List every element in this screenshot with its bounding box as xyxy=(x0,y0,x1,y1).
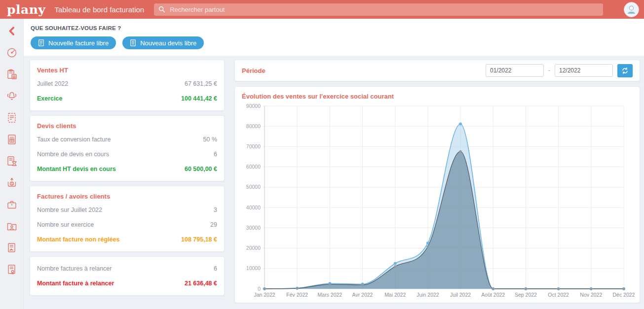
kpi-value: 3 xyxy=(214,206,217,213)
kpi-label: Exercice xyxy=(37,95,62,102)
quotes-hourglass-icon[interactable] xyxy=(5,155,18,168)
svg-text:Août 2022: Août 2022 xyxy=(481,292,505,298)
kpi-value: 67 631,25 € xyxy=(185,80,217,87)
kpi-value: 6 xyxy=(214,151,217,158)
signed-document-icon[interactable] xyxy=(5,241,18,254)
svg-text:0: 0 xyxy=(258,286,261,292)
kpi-label: Nombre sur exercice xyxy=(37,221,94,228)
dashboard-panel: Ventes HT Juillet 2022 67 631,25 € Exerc… xyxy=(24,56,644,309)
kpi-row: Exercice 100 441,42 € xyxy=(37,91,217,106)
page-title: Tableau de bord facturation xyxy=(54,5,144,14)
kpi-column: Ventes HT Juillet 2022 67 631,25 € Exerc… xyxy=(30,60,225,303)
kpi-row: Nombre de devis en cours 6 xyxy=(37,147,217,162)
kpi-value: 108 795,18 € xyxy=(181,236,217,243)
kpi-label: Montant facture à relancer xyxy=(37,280,114,287)
svg-text:Juil 2022: Juil 2022 xyxy=(450,292,471,298)
kpi-row: Nombre sur exercice 29 xyxy=(37,217,217,232)
kpi-row: Montant facture non réglées 108 795,18 € xyxy=(37,232,217,247)
kpi-value: 100 441,42 € xyxy=(181,95,217,102)
svg-text:30000: 30000 xyxy=(246,225,261,231)
chart-column: Période - Évolution des ventes sur l'exe… xyxy=(234,60,640,303)
kpi-row: Juillet 2022 67 631,25 € xyxy=(37,76,217,91)
range-separator: - xyxy=(548,67,550,74)
certified-document-icon[interactable] xyxy=(5,263,18,276)
quote-icon xyxy=(130,39,136,46)
invoice-icon xyxy=(38,39,44,46)
card-title: Ventes HT xyxy=(37,65,217,76)
sales-chart-card: Évolution des ventes sur l'exercice soci… xyxy=(234,86,640,303)
kpi-row: Taux de conversion facture 50 % xyxy=(37,132,217,147)
quick-actions-heading: QUE SOUHAITEZ-VOUS FAIRE ? xyxy=(31,25,637,31)
svg-text:60000: 60000 xyxy=(246,164,261,170)
kpi-label: Juillet 2022 xyxy=(37,80,68,87)
back-chevron-icon[interactable] xyxy=(5,25,18,37)
draft-invoice-icon[interactable] xyxy=(5,111,18,124)
kpi-row: Montant facture à relancer 21 636,48 € xyxy=(37,276,217,291)
app-logo: plany xyxy=(7,3,45,16)
new-invoice-label: Nouvelle facture libre xyxy=(48,39,109,47)
kpi-label: Nombre sur Juillet 2022 xyxy=(37,206,102,213)
dashboard-gauge-icon[interactable] xyxy=(5,46,18,59)
kpi-label: Taux de conversion facture xyxy=(37,136,111,143)
kpi-row: Nombre factures à relancer 6 xyxy=(37,261,217,276)
alerts-bell-icon[interactable] xyxy=(5,90,18,103)
refresh-button[interactable] xyxy=(617,64,633,77)
clients-folder-icon[interactable] xyxy=(5,220,18,233)
card-ventes-ht: Ventes HT Juillet 2022 67 631,25 € Exerc… xyxy=(30,60,225,111)
kpi-label: Nombre de devis en cours xyxy=(37,151,109,158)
search-input[interactable] xyxy=(169,5,599,14)
svg-text:Jan 2022: Jan 2022 xyxy=(254,292,275,298)
card-title: Factures / avoirs clients xyxy=(37,191,217,203)
svg-text:50000: 50000 xyxy=(246,184,261,190)
invoices-icon[interactable] xyxy=(5,133,18,146)
period-to-input[interactable] xyxy=(555,64,613,77)
billing-clipboard-icon[interactable] xyxy=(5,68,18,81)
kpi-label: Montant facture non réglées xyxy=(37,236,119,243)
kpi-label: Nombre factures à relancer xyxy=(37,265,112,272)
svg-text:Oct 2022: Oct 2022 xyxy=(548,292,569,298)
app-header: plany Tableau de bord facturation xyxy=(0,0,644,19)
refresh-icon xyxy=(621,67,629,74)
periode-title: Période xyxy=(242,67,265,74)
svg-text:90000: 90000 xyxy=(246,103,261,109)
chart-title: Évolution des ventes sur l'exercice soci… xyxy=(242,93,636,100)
period-from-input[interactable] xyxy=(486,64,544,77)
global-search[interactable] xyxy=(154,3,603,16)
svg-text:Juin 2022: Juin 2022 xyxy=(417,292,439,298)
search-icon xyxy=(158,6,165,13)
quick-actions: QUE SOUHAITEZ-VOUS FAIRE ? Nouvelle fact… xyxy=(24,19,644,56)
svg-text:Avr 2022: Avr 2022 xyxy=(352,292,373,298)
new-invoice-button[interactable]: Nouvelle facture libre xyxy=(31,36,116,49)
card-factures-avoirs: Factures / avoirs clients Nombre sur Jui… xyxy=(30,186,225,252)
kpi-value: 50 % xyxy=(203,136,218,143)
sidebar-nav: $ xyxy=(0,19,24,309)
card-devis-clients: Devis clients Taux de conversion facture… xyxy=(30,115,225,181)
svg-text:10000: 10000 xyxy=(246,265,261,271)
kpi-label: Montant HT devis en cours xyxy=(37,166,116,172)
kpi-value: 6 xyxy=(214,265,217,272)
periode-card: Période - xyxy=(234,60,640,81)
sales-area-chart: 0100002000030000400005000060000700008000… xyxy=(242,102,636,301)
svg-text:Sep 2022: Sep 2022 xyxy=(515,292,537,298)
kpi-row: Montant HT devis en cours 60 500,00 € xyxy=(37,162,217,176)
new-quote-button[interactable]: Nouveau devis libre xyxy=(122,36,204,49)
svg-text:Nov 2022: Nov 2022 xyxy=(580,292,602,298)
card-relances: Nombre factures à relancer 6 Montant fac… xyxy=(30,256,225,296)
kpi-value: 21 636,48 € xyxy=(185,280,217,287)
svg-text:Fév 2022: Fév 2022 xyxy=(286,292,308,298)
kpi-value: 60 500,00 € xyxy=(185,166,217,172)
svg-text:70000: 70000 xyxy=(246,143,261,149)
deposit-coin-icon[interactable]: $ xyxy=(5,176,18,189)
user-avatar[interactable] xyxy=(624,2,639,17)
svg-text:$: $ xyxy=(11,182,13,185)
svg-text:Déc 2022: Déc 2022 xyxy=(613,292,635,298)
kpi-row: Nombre sur Juillet 2022 3 xyxy=(37,203,217,217)
svg-text:Mars 2022: Mars 2022 xyxy=(318,292,342,298)
card-title: Devis clients xyxy=(37,120,217,132)
briefcase-icon[interactable] xyxy=(5,198,18,211)
svg-text:40000: 40000 xyxy=(246,205,261,210)
svg-text:20000: 20000 xyxy=(246,245,261,251)
new-quote-label: Nouveau devis libre xyxy=(140,39,196,47)
kpi-value: 29 xyxy=(210,221,217,228)
main-content: QUE SOUHAITEZ-VOUS FAIRE ? Nouvelle fact… xyxy=(24,19,644,309)
